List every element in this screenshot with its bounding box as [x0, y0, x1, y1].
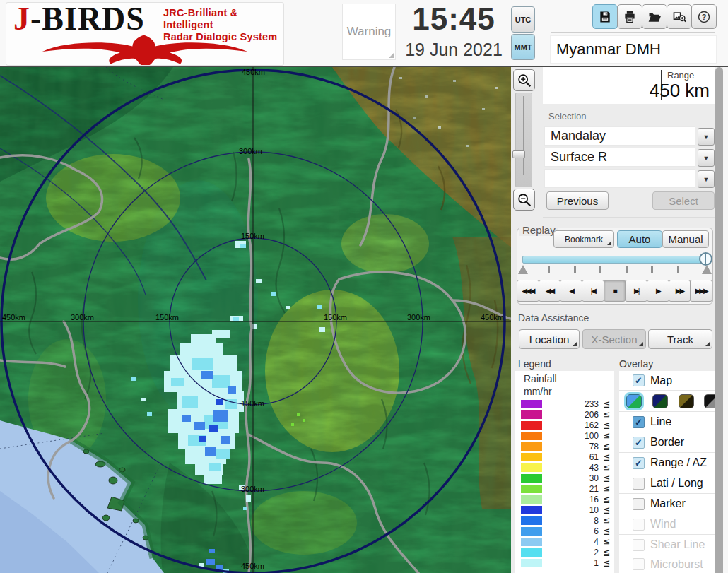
ring-label: 150km [241, 232, 264, 240]
product-dropdown-arrow[interactable]: ▼ [698, 149, 715, 167]
legend-box: Rainfall mm/hr 233≦ 206≦ 162≦ 100≦ 78≦ 6… [515, 371, 614, 573]
slider-start-marker[interactable] [518, 265, 528, 274]
range-az-checkbox[interactable]: ✓ [633, 457, 645, 469]
legend-row: 78≦ [515, 442, 614, 452]
save-button[interactable] [592, 4, 618, 29]
ring-label: 150km [324, 313, 347, 321]
selection-label: Selection [548, 111, 586, 122]
site-dropdown-value: Mandalay [545, 129, 606, 143]
overlay-row-map[interactable]: ✓ Map [619, 371, 715, 391]
play-reverse-button[interactable]: ◀ [560, 280, 582, 302]
select-button[interactable]: Select [652, 191, 715, 210]
save-icon [598, 10, 612, 24]
legend-row: 162≦ [515, 420, 614, 431]
overlay-item-label: Line [650, 415, 671, 428]
auto-button[interactable]: Auto [617, 230, 662, 248]
site-dropdown[interactable]: Mandalay [544, 126, 695, 146]
zoom-in-button[interactable] [513, 69, 535, 91]
overlay-item-label: Wind [650, 518, 676, 531]
step-back-button[interactable]: |◀ [582, 280, 604, 302]
microburst-checkbox [633, 558, 645, 570]
header-separator [551, 32, 715, 33]
lati-long-checkbox[interactable] [633, 478, 645, 490]
map-style-swatch-2[interactable] [652, 394, 668, 408]
overlay-row-range-az[interactable]: ✓ Range / AZ [619, 453, 715, 473]
site-dropdown-arrow[interactable]: ▼ [698, 128, 715, 146]
eagle-icon [11, 34, 279, 65]
ring-label: 450km [2, 313, 25, 321]
legend-row: 61≦ [515, 452, 614, 463]
zoom-out-button[interactable] [513, 189, 535, 211]
slider-tick [626, 266, 628, 273]
map-zoom-slider[interactable] [515, 93, 532, 187]
x-section-button[interactable]: X-Section [582, 329, 646, 349]
overlay-row-border[interactable]: ✓ Border [619, 432, 715, 453]
track-button[interactable]: Track [648, 329, 712, 349]
replay-slider-handle[interactable] [699, 252, 712, 266]
legend-title: Rainfall [524, 373, 557, 384]
replay-slider[interactable] [522, 256, 708, 264]
radar-map[interactable]: 450km 300km 150km 450km 300km 150km 150k… [0, 67, 511, 573]
map-style-swatch-1[interactable] [626, 394, 642, 408]
map-style-swatch-3[interactable] [679, 394, 694, 408]
range-value: 450 km [650, 80, 710, 102]
station-field[interactable]: Myanmar DMH [550, 35, 717, 64]
line-checkbox[interactable]: ✓ [633, 416, 645, 428]
range-box: Range 450 km [543, 67, 715, 104]
bookmark-button[interactable]: Bookmark [553, 230, 614, 248]
clock-date: 19 Jun 2021 [393, 40, 515, 60]
slider-tick [599, 266, 601, 273]
overlay-box: ✓ Map ✓ Line ✓ Border ✓ Range / AZ Lati … [619, 371, 715, 573]
forward-fast-button[interactable]: ▶▶▶ [690, 280, 712, 302]
clock-time: 15:45 [401, 1, 506, 37]
rewind-button[interactable]: ◀◀ [539, 280, 561, 302]
overlay-item-label: Border [650, 436, 684, 449]
open-file-button[interactable] [642, 4, 667, 29]
ring-label: 150km [241, 399, 264, 408]
chevron-down-icon: ▼ [703, 155, 710, 162]
legend-row: 1≦ [515, 558, 614, 569]
option-dropdown-arrow[interactable]: ▼ [698, 170, 715, 188]
shear-line-checkbox [633, 539, 645, 551]
ring-label: 300km [241, 485, 264, 493]
warning-button[interactable]: Warning [342, 4, 396, 60]
marker-checkbox[interactable] [633, 498, 645, 510]
overlay-row-marker[interactable]: Marker [619, 494, 715, 514]
mmt-button[interactable]: MMT [511, 34, 535, 60]
legend-row: 100≦ [515, 431, 614, 442]
rewind-fast-button[interactable]: ◀◀◀ [517, 280, 539, 302]
panel-splitter-handle[interactable] [715, 67, 723, 573]
location-button[interactable]: Location [519, 329, 580, 349]
play-button[interactable]: ▶ [647, 280, 669, 302]
overlay-item-label: Map [650, 374, 672, 387]
chevron-down-icon: ▼ [703, 134, 710, 141]
overlay-row-shear-line: Shear Line [619, 535, 715, 555]
map-zoom-slider-handle[interactable] [512, 150, 525, 158]
capture-icon [672, 10, 686, 24]
station-name: Myanmar DMH [551, 40, 661, 59]
legend-row: 43≦ [515, 463, 614, 473]
forward-button[interactable]: ▶▶ [669, 280, 691, 302]
border-checkbox[interactable]: ✓ [633, 437, 645, 449]
slider-end-marker[interactable] [702, 265, 712, 274]
utc-button[interactable]: UTC [511, 6, 535, 33]
capture-button[interactable] [667, 4, 692, 29]
slider-tick [677, 266, 679, 273]
overlay-row-lati-long[interactable]: Lati / Long [619, 473, 715, 494]
warning-label: Warning [347, 25, 392, 39]
overlay-item-label: Shear Line [650, 538, 705, 551]
control-panel: Range 450 km Selection Mandalay ▼ Surfac… [511, 67, 728, 573]
previous-button[interactable]: Previous [546, 191, 609, 210]
help-button[interactable]: ? [691, 4, 717, 29]
overlay-item-label: Range / AZ [650, 456, 707, 469]
print-button[interactable] [617, 4, 642, 29]
manual-button[interactable]: Manual [662, 230, 709, 248]
step-forward-button[interactable]: ▶| [625, 280, 647, 302]
option-dropdown[interactable] [544, 169, 695, 188]
overlay-row-line[interactable]: ✓ Line [619, 412, 715, 432]
product-dropdown[interactable]: Surface R [544, 148, 695, 167]
chevron-down-icon: ▼ [703, 176, 710, 183]
stop-button[interactable]: ■ [604, 280, 626, 302]
map-checkbox[interactable]: ✓ [633, 374, 645, 386]
overlay-row-microburst: Microburst [619, 555, 715, 573]
